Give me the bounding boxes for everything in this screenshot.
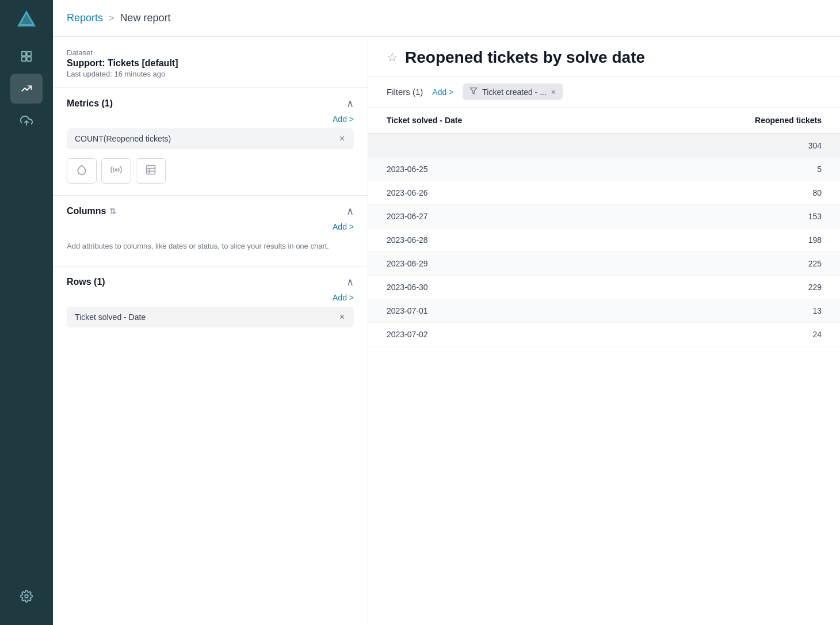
table-row: 2023-07-0224	[368, 323, 840, 346]
table-row: 2023-06-28198	[368, 228, 840, 252]
columns-add-link[interactable]: Add >	[333, 222, 354, 231]
rows-section-header: Rows (1) ∧	[53, 266, 368, 293]
right-panel: ☆ Reopened tickets by solve date Filters…	[368, 37, 840, 625]
table-row: 2023-07-0113	[368, 299, 840, 323]
rows-chip: Ticket solved - Date ×	[67, 307, 354, 327]
sidebar	[0, 0, 53, 625]
cell-count: 153	[614, 205, 840, 228]
sidebar-item-upload[interactable]	[10, 106, 43, 136]
table-row: 2023-06-30229	[368, 276, 840, 299]
star-button[interactable]: ☆	[387, 50, 398, 65]
cell-date: 2023-07-02	[368, 323, 614, 346]
rows-add-link[interactable]: Add >	[333, 293, 354, 302]
cell-date: 2023-07-01	[368, 299, 614, 323]
columns-collapse-button[interactable]: ∧	[346, 205, 354, 218]
metrics-add-link[interactable]: Add >	[333, 115, 354, 124]
columns-sort-icon: ⇅	[109, 207, 116, 216]
table-row: 2023-06-2680	[368, 181, 840, 205]
sidebar-nav	[0, 41, 53, 136]
rows-title: Rows (1)	[67, 277, 105, 287]
sidebar-item-settings[interactable]	[10, 581, 43, 611]
data-table: Ticket solved - Date Reopened tickets 30…	[368, 108, 840, 346]
cell-count: 80	[614, 181, 840, 205]
cell-date: 2023-06-25	[368, 158, 614, 181]
filters-row: Filters (1) Add > Ticket created - ... ×	[368, 77, 840, 108]
droplet-icon	[76, 164, 87, 178]
breadcrumb-current: New report	[120, 12, 170, 24]
filter-funnel-icon	[469, 87, 478, 97]
svg-rect-5	[27, 57, 31, 61]
svg-marker-13	[470, 88, 477, 94]
cell-date: 2023-06-29	[368, 252, 614, 276]
rows-add-row: Add >	[53, 293, 368, 307]
cell-count: 24	[614, 323, 840, 346]
svg-point-8	[115, 169, 117, 170]
cell-date: 2023-06-26	[368, 181, 614, 205]
filters-add-link[interactable]: Add >	[432, 87, 453, 97]
metrics-chip-remove-button[interactable]: ×	[338, 134, 346, 143]
chart-type-table-button[interactable]	[136, 158, 166, 184]
main-content: Reports > New report Dataset Support: Ti…	[53, 0, 840, 625]
filter-chip-remove-button[interactable]: ×	[551, 87, 556, 97]
dataset-updated: Last updated: 16 minutes ago	[67, 70, 354, 78]
svg-point-7	[25, 594, 28, 598]
columns-title: Columns ⇅	[67, 206, 116, 216]
cell-count: 198	[614, 228, 840, 252]
breadcrumb: Reports > New report	[67, 12, 170, 24]
table-row: 304	[368, 134, 840, 158]
report-header: ☆ Reopened tickets by solve date	[368, 37, 840, 77]
columns-description: Add attributes to columns, like dates or…	[53, 236, 368, 266]
rows-chip-remove-button[interactable]: ×	[338, 312, 346, 322]
metrics-collapse-button[interactable]: ∧	[346, 97, 354, 110]
metrics-add-row: Add >	[53, 115, 368, 128]
breadcrumb-separator: >	[109, 13, 114, 24]
signal-icon	[110, 164, 122, 178]
rows-chip-label: Ticket solved - Date	[75, 312, 146, 322]
cell-count: 13	[614, 299, 840, 323]
table-header-row: Ticket solved - Date Reopened tickets	[368, 108, 840, 134]
table-icon	[145, 164, 156, 178]
filters-label: Filters (1)	[387, 87, 423, 97]
chart-type-signal-button[interactable]	[101, 158, 131, 184]
metrics-section-header: Metrics (1) ∧	[53, 88, 368, 115]
cell-date: 2023-06-30	[368, 276, 614, 299]
cell-date: 2023-06-28	[368, 228, 614, 252]
metrics-title: Metrics (1)	[67, 98, 113, 109]
chart-type-droplet-button[interactable]	[67, 158, 97, 184]
chart-icons-row	[53, 156, 368, 195]
report-title: Reopened tickets by solve date	[405, 48, 645, 67]
cell-count: 304	[614, 134, 840, 158]
columns-section-header: Columns ⇅ ∧	[53, 196, 368, 222]
svg-rect-2	[22, 52, 26, 56]
cell-count: 5	[614, 158, 840, 181]
svg-rect-9	[147, 165, 155, 174]
cell-date: 2023-06-27	[368, 205, 614, 228]
svg-rect-3	[27, 52, 31, 56]
filter-chip-label: Ticket created - ...	[482, 87, 547, 97]
sidebar-item-dashboard[interactable]	[10, 41, 43, 71]
star-icon: ☆	[387, 50, 398, 64]
logo[interactable]	[0, 0, 53, 37]
content-area: Dataset Support: Tickets [default] Last …	[53, 37, 840, 625]
metrics-chip: COUNT(Reopened tickets) ×	[67, 128, 354, 149]
rows-collapse-button[interactable]: ∧	[346, 276, 354, 288]
sidebar-item-reports[interactable]	[10, 74, 43, 104]
table-row: 2023-06-27153	[368, 205, 840, 228]
svg-rect-4	[22, 57, 26, 61]
dataset-name: Support: Tickets [default]	[67, 58, 354, 68]
metrics-chip-label: COUNT(Reopened tickets)	[75, 134, 171, 143]
col-header-count: Reopened tickets	[614, 108, 840, 134]
table-row: 2023-06-29225	[368, 252, 840, 276]
table-row: 2023-06-255	[368, 158, 840, 181]
col-header-date: Ticket solved - Date	[368, 108, 614, 134]
cell-count: 225	[614, 252, 840, 276]
cell-date	[368, 134, 614, 158]
dataset-label: Dataset	[67, 48, 354, 57]
filter-chip: Ticket created - ... ×	[463, 83, 563, 100]
left-panel: Dataset Support: Tickets [default] Last …	[53, 37, 368, 625]
sidebar-bottom	[10, 581, 43, 611]
breadcrumb-reports-link[interactable]: Reports	[67, 12, 103, 24]
cell-count: 229	[614, 276, 840, 299]
dataset-section: Dataset Support: Tickets [default] Last …	[53, 37, 368, 88]
columns-add-row: Add >	[53, 222, 368, 236]
